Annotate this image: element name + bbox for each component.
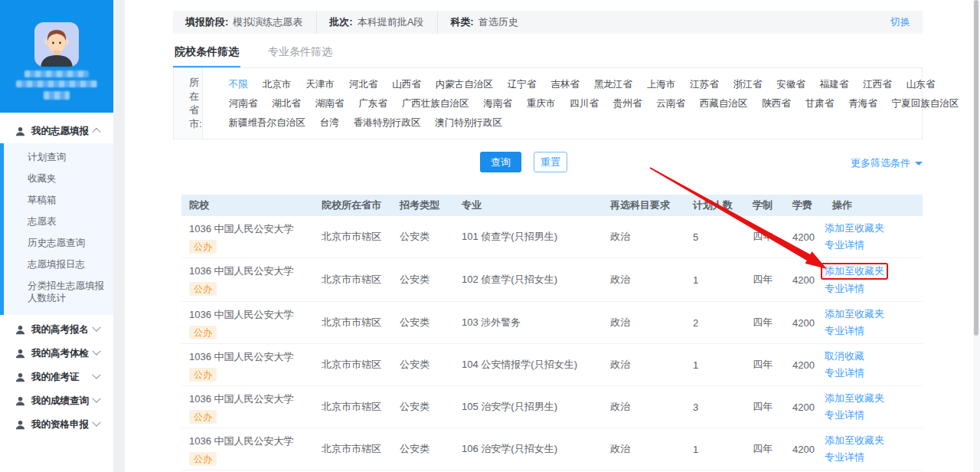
context-item-value: 首选历史 [479, 15, 518, 29]
major-detail-link[interactable]: 专业详情 [825, 238, 923, 253]
column-header: 院校所在省市 [314, 198, 392, 212]
major-detail-link[interactable]: 专业详情 [825, 365, 923, 381]
table-header: 院校院校所在省市招考类型专业再选科目要求计划人数学制学费操作 [181, 195, 923, 216]
sidebar-item[interactable]: 计划查询 [4, 146, 113, 168]
page-scrollbar[interactable] [973, 0, 980, 472]
query-button[interactable]: 查询 [480, 152, 521, 172]
province-option[interactable]: 山西省 [392, 75, 421, 94]
province-option[interactable]: 广东省 [358, 94, 387, 113]
sidebar-item[interactable]: 志愿填报日志 [4, 254, 113, 275]
tab-college-filter[interactable]: 院校条件筛选 [173, 45, 240, 67]
plan-table: 院校院校所在省市招考类型专业再选科目要求计划人数学制学费操作1036 中国人民公… [181, 195, 923, 472]
province-option[interactable]: 湖北省 [272, 94, 301, 113]
add-to-favorites-link[interactable]: 添加至收藏夹 [825, 391, 923, 406]
sidebar-group-header[interactable]: 我的高考报名 [0, 318, 113, 341]
sidebar-item[interactable]: 历史志愿查询 [4, 232, 113, 254]
table-row: 1036 中国人民公安大学公办北京市市辖区公安类104 公安情报学(只招女生)政… [181, 344, 923, 386]
province-option[interactable]: 陕西省 [762, 94, 791, 113]
more-filters-link[interactable]: 更多筛选条件 [851, 156, 923, 170]
public-badge: 公办 [189, 368, 217, 382]
province-option[interactable]: 重庆市 [527, 94, 556, 113]
province-filter-box: 所在省市: 不限北京市天津市河北省山西省内蒙古自治区辽宁省吉林省黑龙江省上海市江… [173, 68, 923, 139]
remove-favorite-link[interactable]: 取消收藏 [825, 349, 923, 364]
reset-button[interactable]: 重置 [534, 152, 567, 172]
province-row: 新疆维吾尔自治区台湾香港特别行政区澳门特别行政区 [229, 113, 974, 133]
province-option[interactable]: 江西省 [863, 75, 892, 94]
add-to-favorites-link[interactable]: 添加至收藏夹 [825, 433, 923, 448]
major-detail-link[interactable]: 专业详情 [825, 450, 923, 465]
province-cell: 北京市市辖区 [314, 358, 392, 372]
public-badge: 公办 [189, 410, 217, 424]
plan-count-cell: 1 [685, 359, 745, 371]
fee-cell: 4200 [785, 444, 825, 455]
province-option[interactable]: 西藏自治区 [700, 94, 748, 113]
province-option[interactable]: 四川省 [570, 94, 599, 113]
province-option[interactable]: 辽宁省 [508, 75, 537, 94]
major-detail-link[interactable]: 专业详情 [825, 408, 923, 423]
add-to-favorites-link[interactable]: 添加至收藏夹 [825, 221, 923, 236]
province-option[interactable]: 江苏省 [690, 75, 719, 94]
column-header: 学费 [785, 198, 825, 212]
college-cell: 1036 中国人民公安大学公办 [181, 386, 314, 428]
tab-major-filter[interactable]: 专业条件筛选 [266, 45, 334, 67]
province-option[interactable]: 澳门特别行政区 [435, 113, 502, 133]
sidebar-group-header[interactable]: 我的资格申报 [0, 413, 113, 436]
province-option[interactable]: 上海市 [647, 75, 676, 94]
province-option[interactable]: 山东省 [906, 75, 936, 94]
major-detail-link[interactable]: 专业详情 [825, 281, 923, 297]
sidebar-item[interactable]: 分类招生志愿填报人数统计 [4, 275, 113, 309]
province-option[interactable]: 不限 [229, 75, 248, 94]
years-cell: 四年 [745, 400, 785, 414]
province-option[interactable]: 香港特别行政区 [354, 113, 421, 133]
college-name: 1036 中国人民公安大学 [189, 434, 314, 448]
sidebar-group-label: 我的志愿填报 [31, 125, 93, 138]
major-detail-link[interactable]: 专业详情 [825, 323, 923, 339]
college-name: 1036 中国人民公安大学 [189, 222, 314, 236]
fee-cell: 4200 [785, 231, 825, 243]
major-cell: 103 涉外警务 [454, 316, 603, 329]
province-option[interactable]: 河南省 [229, 94, 258, 113]
column-header: 再选科目要求 [603, 198, 685, 212]
add-to-favorites-link[interactable]: 添加至收藏夹 [821, 263, 888, 280]
sidebar-group-header[interactable]: 我的准考证 [0, 365, 113, 388]
college-name: 1036 中国人民公安大学 [189, 264, 314, 278]
sidebar-item[interactable]: 草稿箱 [4, 189, 113, 211]
plan-count-cell: 5 [685, 231, 745, 243]
province-option[interactable]: 吉林省 [550, 75, 580, 94]
reselect-subject-cell: 政治 [603, 358, 685, 372]
province-option[interactable]: 贵州省 [613, 94, 642, 113]
province-option[interactable]: 甘肃省 [805, 94, 835, 113]
province-option[interactable]: 湖南省 [315, 94, 345, 113]
sidebar-item[interactable]: 志愿表 [4, 211, 113, 232]
province-option[interactable]: 宁夏回族自治区 [892, 94, 959, 113]
province-option[interactable]: 黑龙江省 [594, 75, 632, 94]
table-row: 1036 中国人民公安大学公办北京市市辖区公安类101 侦查学(只招男生)政治5… [181, 216, 923, 258]
switch-link[interactable]: 切换 [890, 11, 923, 34]
user-icon [15, 372, 25, 382]
scrollbar-thumb[interactable] [974, 0, 978, 336]
province-option[interactable]: 新疆维吾尔自治区 [229, 113, 305, 133]
province-option[interactable]: 海南省 [483, 94, 512, 113]
province-option[interactable]: 广西壮族自治区 [402, 94, 469, 113]
province-option[interactable]: 天津市 [305, 75, 335, 94]
sidebar-group-header[interactable]: 我的高考体检 [0, 342, 113, 365]
avatar [34, 22, 79, 67]
province-option[interactable]: 河北省 [349, 75, 378, 94]
redacted-id [16, 80, 97, 87]
province-option[interactable]: 浙江省 [733, 75, 763, 94]
sidebar-menu: 我的志愿填报计划查询收藏夹草稿箱志愿表历史志愿查询志愿填报日志分类招生志愿填报人… [0, 113, 113, 436]
province-option[interactable]: 福建省 [820, 75, 849, 94]
sidebar-group-header[interactable]: 我的志愿填报 [0, 119, 113, 143]
province-option[interactable]: 北京市 [263, 75, 292, 94]
college-cell: 1036 中国人民公安大学公办 [181, 216, 314, 257]
add-to-favorites-link[interactable]: 添加至收藏夹 [825, 306, 923, 322]
province-option[interactable]: 云南省 [656, 94, 685, 113]
sidebar-item[interactable]: 收藏夹 [4, 168, 113, 189]
fee-cell: 4200 [785, 359, 825, 371]
province-option[interactable]: 内蒙古自治区 [436, 75, 493, 94]
province-option[interactable]: 台湾 [320, 113, 339, 133]
table-row: 1036 中国人民公安大学公办北京市市辖区公安类103 涉外警务政治2四年420… [181, 302, 923, 344]
province-option[interactable]: 青海省 [848, 94, 877, 113]
province-option[interactable]: 安徽省 [776, 75, 805, 94]
sidebar-group-header[interactable]: 我的成绩查询 [0, 389, 113, 412]
